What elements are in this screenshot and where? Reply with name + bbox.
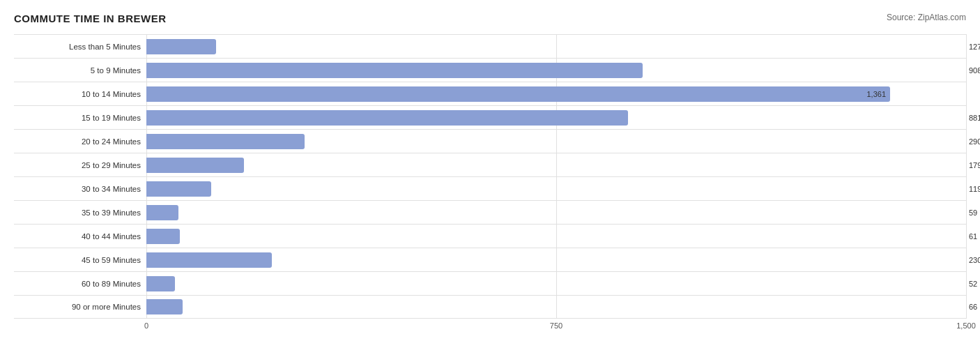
bar [146, 276, 175, 291]
bar-value: 59 [969, 208, 977, 217]
grid-line [966, 34, 967, 319]
bar-value: 119 [969, 185, 980, 193]
bar [146, 205, 178, 220]
bar-value: 179 [969, 161, 980, 169]
bar-row: 5 to 9 Minutes908 [14, 58, 966, 82]
bar: 1,361 [146, 86, 890, 102]
x-tick-label: 0 [144, 321, 148, 330]
bar-row: 60 to 89 Minutes52 [14, 271, 966, 295]
bar-value: 52 [969, 280, 977, 288]
bar-row: 40 to 44 Minutes61 [14, 224, 966, 248]
bar-area: 66 [146, 296, 966, 318]
bar-value: 127 [969, 43, 980, 51]
chart-title: COMMUTE TIME IN BREWER [14, 13, 167, 24]
bar-label: 20 to 24 Minutes [14, 137, 146, 146]
x-tick-label: 750 [550, 321, 562, 330]
bar [146, 158, 244, 173]
bar-value: 66 [969, 303, 977, 311]
bar-label: 35 to 39 Minutes [14, 208, 146, 217]
bar-row: 10 to 14 Minutes1,361 [14, 82, 966, 105]
bar-area: 119 [146, 177, 966, 200]
bar-value: 908 [969, 66, 980, 75]
bar [146, 63, 643, 78]
chart-header: COMMUTE TIME IN BREWER Source: ZipAtlas.… [14, 13, 966, 24]
bar-area: 881 [146, 106, 966, 129]
bar-value: 290 [969, 137, 980, 146]
bar [146, 134, 305, 149]
bar-row: 35 to 39 Minutes59 [14, 200, 966, 224]
bar [146, 110, 628, 126]
bar-row: 90 or more Minutes66 [14, 295, 966, 319]
bar-value: 61 [969, 232, 977, 241]
bar-value-inside: 1,361 [866, 90, 886, 98]
bar [146, 299, 183, 314]
bar-area: 1,361 [146, 82, 966, 105]
bar [146, 181, 211, 197]
bar-row: 15 to 19 Minutes881 [14, 105, 966, 129]
bar-area: 230 [146, 248, 966, 271]
bar-label: 30 to 34 Minutes [14, 185, 146, 193]
bar-label: 45 to 59 Minutes [14, 256, 146, 264]
bar-area: 52 [146, 272, 966, 295]
bar-area: 127 [146, 35, 966, 58]
bar-value: 230 [969, 256, 980, 264]
bar-area: 290 [146, 130, 966, 153]
chart-body: Less than 5 Minutes1275 to 9 Minutes9081… [14, 34, 966, 319]
bar-row: 20 to 24 Minutes290 [14, 129, 966, 153]
bar-label: 25 to 29 Minutes [14, 161, 146, 169]
bar-row: 30 to 34 Minutes119 [14, 176, 966, 200]
chart-source: Source: ZipAtlas.com [887, 13, 966, 22]
x-tick-label: 1,500 [956, 321, 976, 330]
chart-container: COMMUTE TIME IN BREWER Source: ZipAtlas.… [0, 0, 980, 364]
bar [146, 39, 216, 54]
bar-label: 40 to 44 Minutes [14, 232, 146, 241]
bar-area: 179 [146, 153, 966, 176]
bar-label: 60 to 89 Minutes [14, 280, 146, 288]
bar-label: 15 to 19 Minutes [14, 114, 146, 122]
bar-row: Less than 5 Minutes127 [14, 34, 966, 58]
bar-value: 881 [969, 114, 980, 122]
bar-area: 59 [146, 201, 966, 224]
bar-label: 5 to 9 Minutes [14, 66, 146, 75]
bar-area: 61 [146, 225, 966, 248]
bar-label: Less than 5 Minutes [14, 43, 146, 51]
bar [146, 229, 180, 244]
bar-row: 25 to 29 Minutes179 [14, 153, 966, 176]
bar [146, 252, 272, 268]
bar-area: 908 [146, 59, 966, 82]
bar-label: 90 or more Minutes [14, 303, 146, 311]
bar-label: 10 to 14 Minutes [14, 90, 146, 98]
bar-row: 45 to 59 Minutes230 [14, 248, 966, 271]
